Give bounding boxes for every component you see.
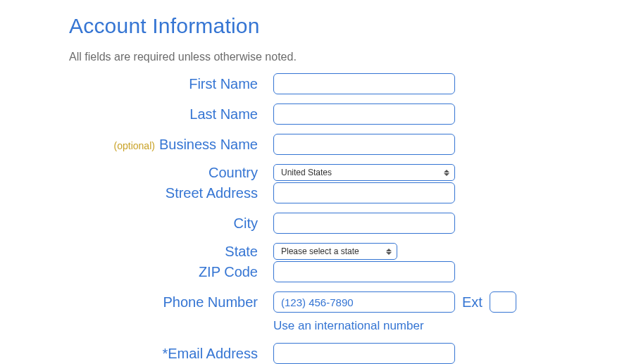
- phone-number-input[interactable]: [273, 291, 455, 313]
- label-first-name: First Name: [189, 76, 258, 92]
- account-info-form: Account Information All fields are requi…: [0, 14, 622, 364]
- label-country: Country: [209, 165, 258, 181]
- international-number-link[interactable]: Use an international number: [273, 319, 424, 332]
- label-zip-code: ZIP Code: [199, 264, 258, 280]
- street-address-input[interactable]: [273, 182, 455, 203]
- row-last-name: Last Name: [69, 103, 594, 125]
- label-street-address: Street Address: [166, 185, 258, 201]
- row-phone: Phone Number Ext: [69, 291, 594, 313]
- email-address-input[interactable]: [273, 343, 455, 364]
- label-business-name: Business Name: [159, 137, 258, 153]
- label-city: City: [234, 215, 258, 232]
- label-phone-number: Phone Number: [163, 294, 258, 310]
- required-note: All fields are required unless otherwise…: [69, 51, 594, 63]
- country-select[interactable]: United States: [273, 164, 455, 181]
- label-state: State: [225, 244, 258, 260]
- page-title: Account Information: [69, 14, 594, 38]
- first-name-input[interactable]: [273, 73, 455, 94]
- state-select[interactable]: Please select a state: [273, 243, 397, 260]
- label-last-name: Last Name: [189, 106, 258, 123]
- last-name-input[interactable]: [273, 103, 455, 125]
- business-name-input[interactable]: [273, 134, 455, 155]
- row-first-name: First Name: [69, 73, 594, 94]
- optional-tag: (optional): [114, 140, 155, 151]
- row-city: City: [69, 213, 594, 234]
- row-country: Country United States: [69, 164, 594, 181]
- zip-code-input[interactable]: [273, 261, 455, 282]
- ext-input[interactable]: [490, 291, 516, 313]
- row-street-address: Street Address: [69, 182, 594, 203]
- label-email-address: *Email Address: [162, 346, 258, 362]
- row-intl-link: Use an international number: [273, 319, 594, 333]
- label-ext: Ext: [462, 294, 483, 310]
- row-business-name: (optional) Business Name: [69, 134, 594, 155]
- row-email: *Email Address: [69, 343, 594, 364]
- row-zip-code: ZIP Code: [69, 261, 594, 282]
- row-state: State Please select a state: [69, 243, 594, 260]
- city-input[interactable]: [273, 213, 455, 234]
